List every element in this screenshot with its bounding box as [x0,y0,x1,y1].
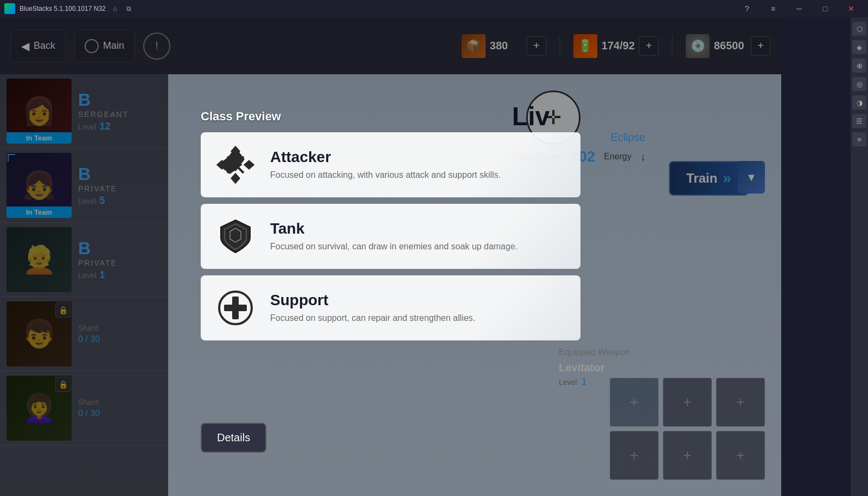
support-desc: Focused on support, can repair and stren… [270,312,567,324]
svg-marker-5 [245,161,253,169]
sidebar-icon-4[interactable]: ◎ [852,77,866,91]
app-title: BlueStacks 5.1.100.1017 N32 [20,5,106,12]
title-bar-left: BlueStacks 5.1.100.1017 N32 ⌂ ⧉ [4,3,134,14]
sidebar-icon-7[interactable]: ≡ [852,132,866,146]
bluestacks-logo [4,3,15,14]
sidebar-icon-1[interactable]: ⬡ [852,22,866,36]
details-label: Details [217,431,250,443]
svg-rect-10 [224,305,247,311]
minimize-button[interactable]: ─ [787,0,812,17]
support-icon [214,286,257,330]
sidebar-icon-3[interactable]: ⊕ [852,59,866,73]
support-class-card[interactable]: Support Focused on support, can repair a… [201,275,580,340]
support-name: Support [270,292,567,309]
svg-marker-6 [232,174,239,183]
home-icon[interactable]: ⌂ [110,4,120,14]
attacker-icon [214,143,257,186]
tank-icon [214,215,257,258]
close-button[interactable]: ✕ [839,0,864,17]
attacker-text: Attacker Focused on attacking, with vari… [270,149,567,181]
menu-button[interactable]: ≡ [761,0,786,17]
support-text: Support Focused on support, can repair a… [270,292,567,324]
attacker-class-card[interactable]: Attacker Focused on attacking, with vari… [201,132,580,197]
attacker-name: Attacker [270,149,567,166]
sidebar-icon-6[interactable]: ☰ [852,114,866,128]
game-area: ◀ Back Main ! 📦 380 + 🔋 174/92 + 💿 86500 [0,17,781,496]
details-button[interactable]: Details [201,423,266,453]
attacker-desc: Focused on attacking, with various attac… [270,169,567,181]
tank-class-card[interactable]: Tank Focused on survival, can draw in en… [201,204,580,269]
tank-name: Tank [270,220,567,237]
copy-icon[interactable]: ⧉ [124,4,134,14]
class-preview-panel: Class Preview [201,109,580,347]
sidebar-icon-5[interactable]: ◑ [852,95,866,109]
help-button[interactable]: ? [735,0,760,17]
maximize-button[interactable]: □ [813,0,838,17]
tank-text: Tank Focused on survival, can draw in en… [270,220,567,253]
tank-desc: Focused on survival, can draw in enemies… [270,241,567,253]
title-bar: BlueStacks 5.1.100.1017 N32 ⌂ ⧉ ? ≡ ─ □ … [0,0,868,17]
sidebar-icon-2[interactable]: ◈ [852,40,866,54]
bluestacks-sidebar: ⬡ ◈ ⊕ ◎ ◑ ☰ ≡ [851,17,868,496]
window-controls: ? ≡ ─ □ ✕ [735,0,864,17]
class-preview-title: Class Preview [201,109,580,124]
